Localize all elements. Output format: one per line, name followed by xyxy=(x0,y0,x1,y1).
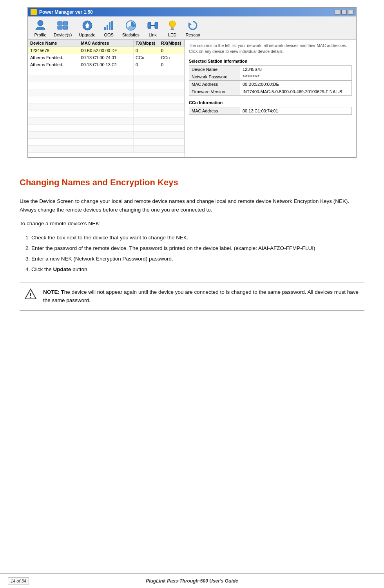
cco-row: MAC Address 00:13:C1:00:74:01 xyxy=(189,107,352,115)
toolbar-rescan[interactable]: Rescan xyxy=(182,18,204,39)
info-panel: The columns to the left list your networ… xyxy=(185,40,356,157)
note-content: NOTE: The device will not appear again u… xyxy=(43,288,359,305)
upgrade-icon xyxy=(81,19,94,32)
note-text: The device will not appear again until t… xyxy=(43,289,359,304)
hint-text: The columns to the left list your networ… xyxy=(189,43,352,54)
svg-point-0 xyxy=(38,20,43,26)
svg-rect-7 xyxy=(104,27,106,30)
close-button[interactable]: × xyxy=(348,10,353,14)
table-row[interactable]: Atheros Enabled... 00:13:C1:00:74:01 CCo… xyxy=(28,54,185,61)
table-row[interactable]: 12345678 00:B0:52:00:00:DE 0 0 xyxy=(28,47,185,54)
device-mac: 00:B0:52:00:00:DE xyxy=(79,47,134,54)
note-bold-label: NOTE: xyxy=(43,289,60,295)
svg-point-15 xyxy=(169,21,176,27)
toolbar: Profile Device(s) xyxy=(28,16,356,40)
qos-icon xyxy=(103,19,115,32)
update-bold: Update xyxy=(53,266,71,272)
list-item: Enter the password of the remote device.… xyxy=(31,244,364,253)
window-main-content: Device Name MAC Address TX(Mbps) RX(Mbps… xyxy=(28,40,356,157)
window-title: Power Manager ver 1.50 xyxy=(39,9,93,15)
window-controls[interactable]: _ □ × xyxy=(335,10,353,14)
toolbar-led[interactable]: LED xyxy=(163,18,182,39)
toolbar-devices[interactable]: Device(s) xyxy=(50,18,75,39)
profile-icon xyxy=(34,19,47,32)
toolbar-upgrade[interactable]: Upgrade xyxy=(75,18,99,39)
table-row-empty xyxy=(28,110,185,118)
toolbar-qos[interactable]: QOS xyxy=(99,18,119,39)
station-info-title: Selected Station Information xyxy=(189,59,352,63)
svg-rect-9 xyxy=(109,22,110,30)
note-box: NOTE: The device will not appear again u… xyxy=(20,282,364,311)
device-name: Atheros Enabled... xyxy=(28,61,79,68)
cco-info-table: MAC Address 00:13:C1:00:74:01 xyxy=(189,107,352,115)
table-row-empty xyxy=(28,103,185,110)
step-text: Check the box next to the device that yo… xyxy=(31,235,188,241)
link-label: Link xyxy=(149,33,157,37)
field-value: 00:B0:52:00:00:DE xyxy=(240,81,352,88)
profile-label: Profile xyxy=(34,33,46,37)
toolbar-statistics[interactable]: Statistics xyxy=(119,18,143,39)
sub-intro: To change a remote device's NEK: xyxy=(20,219,364,228)
svg-rect-8 xyxy=(107,25,108,30)
table-row-empty xyxy=(28,125,185,132)
toolbar-profile[interactable]: Profile xyxy=(31,18,50,39)
page-number: 14 of 34 xyxy=(8,577,29,584)
field-value: 00:13:C1:00:74:01 xyxy=(240,107,352,115)
maximize-button[interactable]: □ xyxy=(341,10,347,14)
col-header-rx: RX(Mbps) xyxy=(159,40,185,47)
table-row-empty xyxy=(28,75,185,82)
statistics-icon xyxy=(125,19,137,32)
step-text: Click the Update button xyxy=(31,266,87,272)
step-text: Enter the password of the remote device.… xyxy=(31,245,315,251)
info-row: MAC Address 00:B0:52:00:00:DE xyxy=(189,81,352,88)
field-label: Network Password xyxy=(189,73,240,81)
svg-rect-1 xyxy=(58,22,62,25)
list-item: Check the box next to the device that yo… xyxy=(31,233,364,242)
list-item: Click the Update button xyxy=(31,265,364,274)
device-tx: 0 xyxy=(134,61,159,68)
device-panel: Device Name MAC Address TX(Mbps) RX(Mbps… xyxy=(28,40,185,157)
device-rx: 0 xyxy=(159,47,185,54)
screenshot-area: ⚡ Power Manager ver 1.50 _ □ × Profile xyxy=(0,0,384,166)
field-value: 12345678 xyxy=(240,66,352,73)
device-tx: 0 xyxy=(134,47,159,54)
intro-paragraph: Use the Device Screen to change your loc… xyxy=(20,197,364,214)
application-window: ⚡ Power Manager ver 1.50 _ □ × Profile xyxy=(27,7,357,158)
table-row-empty xyxy=(28,68,185,75)
upgrade-label: Upgrade xyxy=(79,33,95,37)
svg-marker-18 xyxy=(188,22,192,26)
device-rx: CCo xyxy=(159,54,185,61)
table-row-empty xyxy=(28,82,185,89)
led-label: LED xyxy=(168,33,176,37)
device-tx: CCo xyxy=(134,54,159,61)
cco-info-title: CCo Information xyxy=(189,100,352,105)
col-header-tx: TX(Mbps) xyxy=(134,40,159,47)
warning-icon xyxy=(24,288,37,300)
field-label: MAC Address xyxy=(189,107,240,115)
col-header-name: Device Name xyxy=(28,40,79,47)
svg-rect-13 xyxy=(155,22,158,29)
field-label: Device Name xyxy=(189,66,240,73)
titlebar-left: ⚡ Power Manager ver 1.50 xyxy=(31,9,93,15)
svg-rect-17 xyxy=(170,29,174,30)
page-footer: 14 of 34 PlugLink Pass-Through-500 User'… xyxy=(0,573,384,588)
device-mac: 00:13:C1:00:74:01 xyxy=(79,54,134,61)
svg-rect-10 xyxy=(111,21,113,30)
qos-label: QOS xyxy=(104,33,113,37)
devices-icon xyxy=(56,19,69,32)
col-header-mac: MAC Address xyxy=(79,40,134,47)
field-value: INT7400-MAC-5-0-5000-00-469-20100629-FIN… xyxy=(240,88,352,96)
steps-list: Check the box next to the device that yo… xyxy=(31,233,364,274)
svg-rect-3 xyxy=(58,26,62,29)
info-row: Firmware Version INT7400-MAC-5-0-5000-00… xyxy=(189,88,352,96)
svg-rect-4 xyxy=(63,26,68,29)
minimize-button[interactable]: _ xyxy=(335,10,340,14)
rescan-icon xyxy=(187,19,199,32)
statistics-label: Statistics xyxy=(122,33,139,37)
table-row[interactable]: Atheros Enabled... 00:13:C1:00:13:C1 0 0 xyxy=(28,61,185,68)
led-icon xyxy=(166,19,179,32)
toolbar-link[interactable]: Link xyxy=(143,18,163,39)
device-rx: 0 xyxy=(159,61,185,68)
svg-rect-2 xyxy=(63,22,68,25)
table-row-empty xyxy=(28,118,185,125)
